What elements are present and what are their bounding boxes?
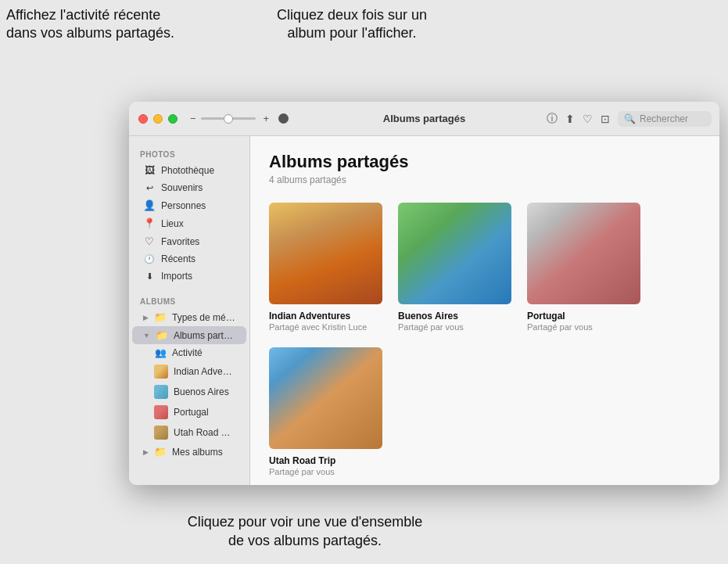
albums-partages-icon: 📁 [156, 329, 168, 341]
lieux-icon: 📍 [143, 217, 156, 229]
album-thumb-utah [269, 347, 382, 449]
sidebar-item-imports[interactable]: ⬇ Imports [132, 268, 246, 285]
sidebar-section-photos: Photos [129, 144, 249, 161]
info-icon[interactable]: ⓘ [547, 112, 558, 126]
albums-partages-label: Albums partagés [174, 330, 235, 341]
sidebar-item-souvenirs[interactable]: ↩ Souvenirs [132, 179, 246, 196]
album-thumb-buenos-aires [398, 203, 511, 304]
crop-icon[interactable]: ⊡ [601, 113, 610, 125]
annotation-bottom-center-text: Cliquez pour voir une vue d'ensemblede v… [188, 514, 423, 548]
search-box[interactable]: 🔍 Rechercher [618, 111, 712, 127]
buenos-aires-label: Buenos Aires [174, 386, 229, 397]
share-icon[interactable]: ⬆ [565, 113, 575, 125]
content-subtitle: 4 albums partagés [269, 174, 701, 185]
favorites-label: Favorites [161, 236, 199, 247]
phototheque-icon: 🖼 [143, 164, 156, 176]
personnes-label: Personnes [161, 200, 206, 211]
app-window: − + Albums partagés ⓘ ⬆ ♡ ⊡ 🔍 Rechercher… [129, 102, 719, 485]
main-area: Photos 🖼 Photothèque ↩ Souvenirs 👤 Perso… [129, 136, 719, 485]
indian-adv-label: Indian Advent… [174, 366, 235, 377]
souvenirs-icon: ↩ [143, 183, 156, 193]
annotation-top-left: Affichez l'activité récente dans vos alb… [6, 6, 186, 43]
album-name-buenos-aires: Buenos Aires [398, 311, 458, 322]
sidebar-item-recents[interactable]: 🕐 Récents [132, 250, 246, 268]
sidebar-item-lieux[interactable]: 📍 Lieux [132, 214, 246, 232]
recents-icon: 🕐 [143, 254, 156, 264]
sidebar-item-activite[interactable]: 👥 Activité [132, 344, 246, 361]
mes-albums-label: Mes albums [172, 447, 223, 458]
album-item-indian-adventures[interactable]: Indian Adventures Partagé avec Kristin L… [269, 203, 382, 332]
window-title: Albums partagés [383, 113, 465, 124]
utah-label: Utah Road Trip [174, 427, 235, 438]
minimize-button[interactable] [153, 114, 163, 124]
heart-icon[interactable]: ♡ [583, 113, 593, 125]
chevron-right-icon: ▶ [143, 314, 149, 322]
souvenirs-label: Souvenirs [161, 182, 203, 193]
sidebar-item-albums-partages[interactable]: ▼ 📁 Albums partagés [132, 326, 246, 344]
sidebar-item-buenos-aires[interactable]: Buenos Aires [132, 382, 246, 402]
album-item-portugal[interactable]: Portugal Partagé par vous [527, 203, 640, 332]
album-desc-portugal: Partagé par vous [527, 322, 593, 332]
annotation-top-center-text: Cliquez deux fois sur unalbum pour l'aff… [277, 7, 427, 41]
favorites-icon: ♡ [143, 235, 156, 247]
recents-label: Récents [161, 253, 195, 264]
annotation-top-left-text: Affichez l'activité récente dans vos alb… [6, 7, 174, 41]
album-desc-indian-adventures: Partagé avec Kristin Luce [269, 322, 367, 332]
portugal-label: Portugal [174, 407, 209, 418]
titlebar-actions: ⓘ ⬆ ♡ ⊡ 🔍 Rechercher [547, 111, 712, 127]
album-thumb-indian-adventures [269, 203, 382, 304]
album-name-indian-adventures: Indian Adventures [269, 311, 350, 322]
types-media-label: Types de média [172, 312, 235, 323]
sidebar-item-indian-adv[interactable]: Indian Advent… [132, 361, 246, 382]
types-media-icon: 📁 [154, 311, 167, 323]
portugal-thumb [154, 405, 168, 419]
lieux-label: Lieux [161, 218, 184, 229]
album-grid: Indian Adventures Partagé avec Kristin L… [269, 203, 701, 476]
traffic-lights [138, 114, 178, 124]
close-button[interactable] [138, 114, 148, 124]
album-name-portugal: Portugal [527, 311, 565, 322]
indian-adv-thumb [154, 365, 168, 379]
album-desc-buenos-aires: Partagé par vous [398, 322, 464, 332]
personnes-icon: 👤 [143, 199, 156, 211]
sidebar-item-mes-albums[interactable]: ▶ 📁 Mes albums [132, 443, 246, 461]
utah-thumb [154, 426, 168, 440]
zoom-controls: − + [190, 113, 289, 124]
album-name-utah-road-trip: Utah Road Trip [269, 455, 335, 466]
sidebar-item-portugal[interactable]: Portugal [132, 402, 246, 422]
annotation-top-center: Cliquez deux fois sur unalbum pour l'aff… [242, 6, 461, 43]
sidebar: Photos 🖼 Photothèque ↩ Souvenirs 👤 Perso… [129, 136, 250, 485]
activite-icon: 👥 [154, 347, 167, 358]
chevron-down-icon: ▼ [143, 332, 150, 339]
mes-albums-chevron-icon: ▶ [143, 448, 149, 456]
zoom-minus-icon: − [190, 113, 196, 124]
imports-icon: ⬇ [143, 271, 156, 282]
album-item-utah-road-trip[interactable]: Utah Road Trip Partagé par vous [269, 347, 382, 476]
annotation-bottom-center: Cliquez pour voir une vue d'ensemblede v… [156, 513, 454, 550]
imports-label: Imports [161, 271, 192, 282]
zoom-circle-button[interactable] [278, 113, 289, 124]
sidebar-item-phototheque[interactable]: 🖼 Photothèque [132, 161, 246, 179]
search-placeholder: Rechercher [640, 113, 688, 124]
sidebar-section-albums: Albums [129, 291, 249, 308]
album-desc-utah-road-trip: Partagé par vous [269, 467, 335, 476]
zoom-plus-icon: + [264, 113, 270, 124]
zoom-slider[interactable] [201, 117, 256, 120]
content-pane: Albums partagés 4 albums partagés Indian… [250, 136, 719, 485]
album-thumb-portugal [527, 203, 640, 304]
album-item-buenos-aires[interactable]: Buenos Aires Partagé par vous [398, 203, 511, 332]
content-title: Albums partagés [269, 152, 701, 172]
zoom-slider-thumb[interactable] [224, 114, 233, 124]
mes-albums-icon: 📁 [154, 446, 167, 458]
buenos-aires-thumb [154, 385, 168, 399]
sidebar-item-favorites[interactable]: ♡ Favorites [132, 232, 246, 250]
phototheque-label: Photothèque [161, 165, 214, 176]
maximize-button[interactable] [168, 114, 178, 124]
titlebar: − + Albums partagés ⓘ ⬆ ♡ ⊡ 🔍 Rechercher [129, 102, 719, 136]
sidebar-item-utah-road-trip[interactable]: Utah Road Trip [132, 422, 246, 443]
sidebar-item-types-media[interactable]: ▶ 📁 Types de média [132, 308, 246, 326]
search-icon: 🔍 [624, 113, 636, 124]
activite-label: Activité [172, 347, 203, 358]
sidebar-item-personnes[interactable]: 👤 Personnes [132, 196, 246, 214]
